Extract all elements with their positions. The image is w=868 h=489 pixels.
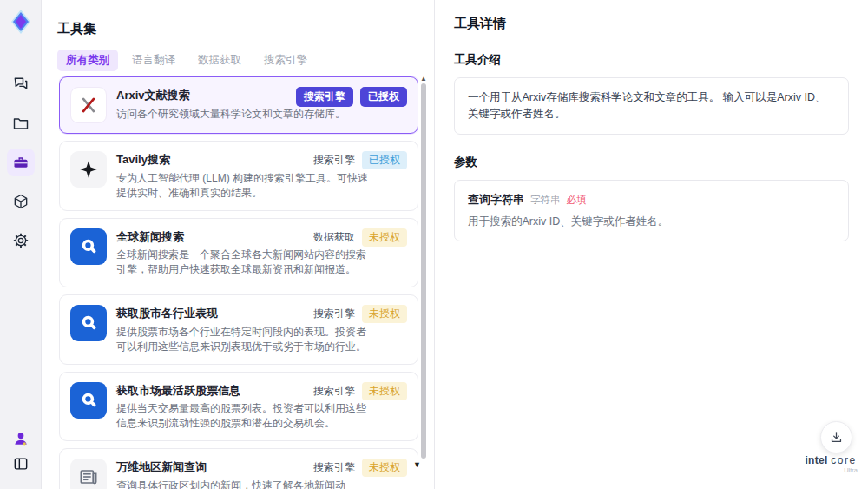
auth-status-badge: 未授权: [362, 228, 407, 247]
tool-description: 全球新闻搜索是一个聚合全球各大新闻网站内容的搜索引擎，帮助用户快速获取全球最新资…: [116, 248, 370, 277]
app-window: 工具集 所有类别语言翻译数据获取搜索引擎 Arxiv文献搜索访问各个研究领域大量…: [0, 0, 868, 489]
intro-heading: 工具介绍: [454, 52, 849, 68]
category-badge: 搜索引擎: [313, 307, 355, 321]
tool-description: 提供当天交易量最高的股票列表。投资者可以利用这些信息来识别流动性强的股票和潜在的…: [116, 401, 370, 431]
intro-text-box: 一个用于从Arxiv存储库搜索科学论文和文章的工具。 输入可以是Arxiv ID…: [454, 77, 849, 135]
category-badge: 搜索引擎: [313, 153, 355, 168]
auth-status-badge: 已授权: [362, 151, 407, 169]
gear-icon[interactable]: [7, 227, 35, 254]
param-box: 查询字符串 字符串 必填 用于搜索的Arxiv ID、关键字或作者姓名。: [454, 180, 849, 241]
category-tab-0[interactable]: 所有类别: [57, 50, 118, 71]
magnifier-app-icon: [70, 305, 107, 341]
tool-badges: 搜索引擎已授权: [313, 151, 407, 169]
tool-card-5[interactable]: 万维地区新闻查询查询具体行政区划内的新闻，快速了解各地新闻动搜索引擎未授权: [59, 448, 418, 489]
tool-list: Arxiv文献搜索访问各个研究领域大量科学论文和文章的存储库。搜索引擎已授权Ta…: [59, 76, 418, 489]
scrollbar-down-arrow[interactable]: ▼: [413, 460, 421, 469]
tavily-star-icon: [70, 151, 107, 188]
tool-badges: 搜索引擎未授权: [313, 459, 407, 477]
auth-status-badge: 未授权: [362, 305, 407, 323]
category-badge: 搜索引擎: [313, 384, 355, 399]
magnifier-app-icon: [70, 228, 107, 265]
tool-description: 提供股票市场各个行业在特定时间段内的表现。投资者可以利用这些信息来识别表现优于或…: [116, 325, 370, 354]
category-badge[interactable]: 搜索引擎: [296, 87, 353, 107]
param-type: 字符串: [530, 194, 561, 207]
tool-card-1[interactable]: Tavily搜索专为人工智能代理 (LLM) 构建的搜索引擎工具。可快速提供实时…: [59, 141, 418, 211]
intel-core-logo: intel core Ultra: [800, 455, 861, 474]
params-heading: 参数: [454, 155, 849, 170]
user-icon[interactable]: [7, 425, 35, 453]
auth-status-badge: 未授权: [362, 459, 407, 477]
param-description: 用于搜索的Arxiv ID、关键字或作者姓名。: [468, 215, 835, 229]
folder-icon[interactable]: [7, 109, 35, 137]
detail-title: 工具详情: [454, 16, 849, 32]
app-logo: [6, 7, 36, 36]
category-tab-3[interactable]: 搜索引擎: [255, 50, 316, 71]
category-badge: 数据获取: [313, 230, 355, 245]
tool-list-panel: 工具集 所有类别语言翻译数据获取搜索引擎 Arxiv文献搜索访问各个研究领域大量…: [42, 0, 434, 489]
chat-icon[interactable]: [7, 69, 35, 97]
tool-detail-panel: 工具详情 工具介绍 一个用于从Arxiv存储库搜索科学论文和文章的工具。 输入可…: [434, 0, 868, 489]
category-tab-2[interactable]: 数据获取: [189, 50, 250, 71]
brand-tier: Ultra: [800, 467, 861, 474]
tool-description: 查询具体行政区划内的新闻，快速了解各地新闻动: [116, 479, 370, 489]
package-icon[interactable]: [7, 188, 35, 215]
newspaper-icon: [70, 459, 107, 489]
arxiv-icon: [70, 87, 107, 123]
tool-badges: 搜索引擎未授权: [313, 382, 407, 400]
auth-status-badge: 未授权: [362, 382, 407, 400]
param-name: 查询字符串: [468, 192, 524, 208]
tool-badges: 搜索引擎未授权: [313, 305, 407, 323]
tool-description: 专为人工智能代理 (LLM) 构建的搜索引擎工具。可快速提供实时、准确和真实的结…: [116, 171, 370, 201]
auth-status-badge: 已授权: [360, 87, 407, 107]
tool-card-3[interactable]: 获取股市各行业表现提供股票市场各个行业在特定时间段内的表现。投资者可以利用这些信…: [59, 294, 418, 365]
category-badge: 搜索引擎: [313, 460, 355, 475]
scrollbar-up-arrow[interactable]: ▲: [420, 75, 427, 83]
category-tabs: 所有类别语言翻译数据获取搜索引擎: [57, 50, 316, 71]
tool-description: 访问各个研究领域大量科学论文和文章的存储库。: [116, 107, 370, 122]
tool-badges: 搜索引擎已授权: [296, 87, 407, 107]
tool-card-2[interactable]: 全球新闻搜索全球新闻搜索是一个聚合全球各大新闻网站内容的搜索引擎，帮助用户快速获…: [59, 218, 418, 288]
brand-core: core: [831, 454, 856, 466]
left-rail: [0, 0, 42, 489]
tool-card-0[interactable]: Arxiv文献搜索访问各个研究领域大量科学论文和文章的存储库。搜索引擎已授权: [59, 76, 418, 134]
download-button[interactable]: [820, 421, 852, 453]
category-tab-1[interactable]: 语言翻译: [123, 50, 184, 71]
param-required-flag: 必填: [567, 194, 587, 207]
tool-badges: 数据获取未授权: [313, 228, 407, 247]
panel-toggle-icon[interactable]: [7, 450, 35, 478]
tool-card-4[interactable]: 获取市场最活跃股票信息提供当天交易量最高的股票列表。投资者可以利用这些信息来识别…: [59, 372, 418, 442]
briefcase-icon[interactable]: [7, 149, 35, 176]
scrollbar-thumb[interactable]: [421, 83, 426, 459]
download-icon: [829, 430, 844, 445]
magnifier-app-icon: [70, 382, 107, 419]
page-title: 工具集: [57, 21, 96, 37]
brand-intel: intel: [805, 454, 827, 466]
